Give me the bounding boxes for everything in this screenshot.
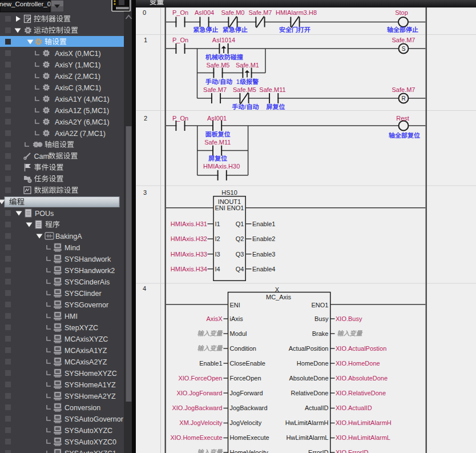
svg-text:HwLimitAlarmL: HwLimitAlarmL [287, 434, 329, 441]
svg-text:SYSClinder: SYSClinder [64, 290, 102, 298]
svg-text:3: 3 [143, 189, 147, 196]
svg-text:Safe.M11: Safe.M11 [204, 139, 231, 146]
svg-text:Q3: Q3 [236, 251, 244, 258]
svg-text:Q4: Q4 [236, 266, 244, 272]
svg-text:StepXYZC: StepXYZC [64, 324, 98, 332]
svg-text:MCAxisA2YZ: MCAxisA2YZ [64, 358, 107, 366]
svg-text:new_Controller_0: new_Controller_0 [0, 1, 51, 7]
svg-text:Safe.M5: Safe.M5 [207, 62, 230, 69]
svg-text:Safe.M1: Safe.M1 [236, 62, 259, 69]
svg-text:HMI: HMI [64, 312, 78, 320]
svg-text:JogVelocity: JogVelocity [230, 419, 262, 426]
svg-text:XIO.AbsoluteDone: XIO.AbsoluteDone [336, 375, 388, 382]
svg-text:XIO.HomeExecute: XIO.HomeExecute [170, 434, 222, 441]
svg-text:HomeExecute: HomeExecute [230, 434, 269, 441]
svg-text:Safe.M7: Safe.M7 [392, 86, 416, 93]
svg-text:AxisX: AxisX [206, 315, 223, 322]
svg-text:AxiA2Z (7,MC1): AxiA2Z (7,MC1) [55, 130, 106, 138]
svg-text:I2: I2 [215, 235, 220, 242]
svg-text:Safe.M0: Safe.M0 [221, 9, 245, 16]
svg-text:XIO.HwLimitAlarmL: XIO.HwLimitAlarmL [336, 434, 390, 441]
svg-text:Rest: Rest [396, 115, 409, 122]
svg-text:Safe.M7: Safe.M7 [392, 37, 416, 43]
svg-text:Brake: Brake [312, 330, 329, 337]
svg-text:AsI004: AsI004 [195, 9, 214, 16]
svg-text:ENI: ENI [215, 205, 225, 211]
svg-text:ENO1: ENO1 [227, 205, 244, 211]
svg-text:MC_Axis: MC_Axis [266, 294, 292, 300]
svg-text:Busy: Busy [314, 315, 329, 322]
svg-text:RelativeDone: RelativeDone [291, 390, 328, 396]
svg-text:iAxis: iAxis [230, 315, 244, 322]
svg-text:XIO.Busy: XIO.Busy [336, 315, 362, 322]
svg-text:INOUT1: INOUT1 [218, 198, 241, 205]
svg-text:HMIAxis.H31: HMIAxis.H31 [171, 221, 207, 227]
svg-text:Q2: Q2 [236, 235, 244, 242]
svg-text:SYSCinderAis: SYSCinderAis [64, 278, 110, 286]
svg-text:Enable4: Enable4 [252, 266, 275, 272]
svg-text:AsI001: AsI001 [207, 115, 227, 122]
svg-text:R: R [401, 95, 405, 102]
svg-text:I4: I4 [215, 266, 220, 272]
svg-text:ErrorID: ErrorID [308, 449, 329, 453]
svg-text:SYSAutoGovernor: SYSAutoGovernor [64, 415, 123, 423]
svg-text:HMIAxis.H34: HMIAxis.H34 [171, 266, 207, 272]
svg-text:Conversion: Conversion [64, 404, 100, 412]
svg-text:SYSHomeA2YZ: SYSHomeA2YZ [64, 392, 116, 400]
svg-text:AxisX (0,MC1): AxisX (0,MC1) [55, 50, 101, 58]
svg-text:AxisY (1,MC1): AxisY (1,MC1) [55, 61, 100, 69]
svg-text:Modul: Modul [230, 330, 247, 337]
svg-text:P_On: P_On [172, 37, 188, 43]
svg-text:Condition: Condition [230, 345, 256, 352]
svg-text:SYSHomeXYZC: SYSHomeXYZC [64, 370, 117, 378]
svg-text:SYSAutoXYZC1: SYSAutoXYZC1 [64, 450, 116, 453]
svg-text:Safe.M7: Safe.M7 [203, 86, 227, 93]
svg-text:HMIAxis.H32: HMIAxis.H32 [171, 235, 207, 242]
svg-text:MCAxisXYZC: MCAxisXYZC [64, 335, 108, 343]
svg-text:2: 2 [144, 115, 147, 122]
svg-text:AxisC (3,MC1): AxisC (3,MC1) [55, 84, 101, 92]
svg-text:AxisZ (2,MC1): AxisZ (2,MC1) [55, 73, 100, 81]
svg-text:I3: I3 [215, 251, 220, 258]
svg-text:SYSHandwork: SYSHandwork [64, 255, 111, 263]
svg-text:CloseEnable: CloseEnable [230, 360, 265, 367]
svg-text:AsI1014: AsI1014 [212, 37, 235, 43]
svg-text:XIO.JogBackward: XIO.JogBackward [172, 404, 222, 411]
svg-text:AbsoluteDone: AbsoluteDone [289, 375, 328, 382]
svg-text:ForceOpen: ForceOpen [230, 375, 261, 382]
svg-text:X: X [275, 286, 280, 293]
svg-text:HomeDone: HomeDone [297, 360, 329, 367]
svg-text:0: 0 [143, 9, 146, 16]
svg-text:P_On: P_On [172, 9, 188, 16]
svg-text:JogForward: JogForward [230, 390, 263, 396]
svg-text:JogBackward: JogBackward [230, 404, 268, 411]
svg-text:XIO.ActualID: XIO.ActualID [336, 404, 372, 411]
svg-text:MCAxisA1YZ: MCAxisA1YZ [64, 347, 107, 355]
svg-text:HMIAlarm3.H8: HMIAlarm3.H8 [276, 9, 317, 16]
svg-text:SYSAutoXYZC0: SYSAutoXYZC0 [64, 438, 116, 446]
svg-text:AxisA2Y (6,MC1): AxisA2Y (6,MC1) [55, 118, 110, 126]
svg-text:ActualID: ActualID [305, 404, 329, 411]
svg-text:ENO1: ENO1 [312, 302, 329, 308]
svg-text:Mind: Mind [64, 244, 80, 252]
svg-text:HMIAxis.H30: HMIAxis.H30 [203, 163, 240, 170]
svg-text:4: 4 [143, 285, 146, 292]
svg-text:1: 1 [236, 78, 240, 85]
svg-text:I1: I1 [215, 221, 220, 227]
svg-text:XIO.ActualPostion: XIO.ActualPostion [336, 345, 386, 352]
svg-text:HwLimitAlarmH: HwLimitAlarmH [285, 419, 329, 426]
svg-text:XIO.ForceOpen: XIO.ForceOpen [178, 375, 222, 382]
svg-text:Q1: Q1 [236, 221, 244, 227]
svg-text:BakingA: BakingA [55, 232, 82, 240]
svg-text:XIO.RelativeDone: XIO.RelativeDone [336, 390, 386, 396]
svg-text:Enable3: Enable3 [252, 251, 275, 258]
svg-text:AxisA1Y (4,MC1): AxisA1Y (4,MC1) [55, 95, 110, 103]
svg-text:SYSGovernor: SYSGovernor [64, 301, 108, 309]
svg-text:SYSAutoXYZC: SYSAutoXYZC [64, 427, 112, 435]
svg-text:XIO.JogForward: XIO.JogForward [176, 390, 222, 396]
svg-text:XIO.HwLimitAlarmH: XIO.HwLimitAlarmH [336, 419, 392, 426]
svg-text:Enable1: Enable1 [199, 360, 222, 367]
svg-text:ENI: ENI [230, 302, 240, 308]
svg-text:Safe.M7: Safe.M7 [249, 9, 272, 16]
svg-text:Safe.M11: Safe.M11 [259, 86, 285, 93]
